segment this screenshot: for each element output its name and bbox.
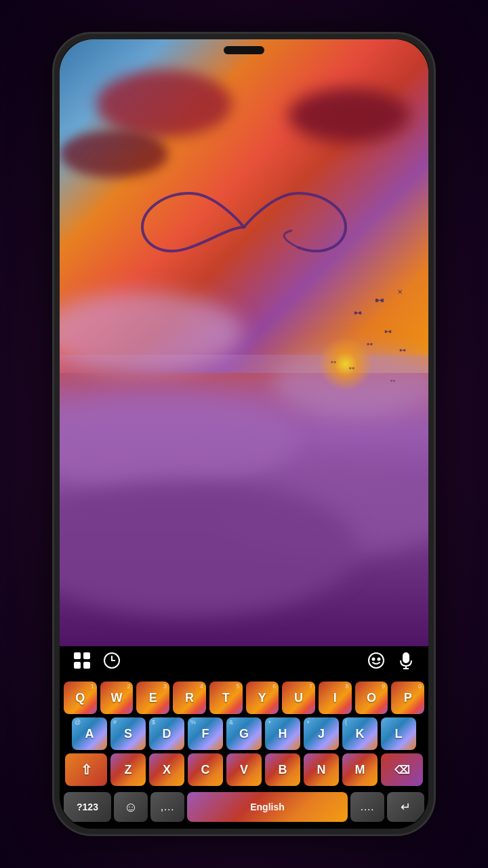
svg-point-5 [369, 653, 384, 668]
volume-up-button[interactable] [54, 175, 56, 209]
butterfly-5 [367, 337, 373, 349]
key-m[interactable]: M [342, 753, 378, 786]
themes-icon[interactable] [73, 652, 91, 673]
keyboard-area: 1 Q 2 W 3 E 4 R [60, 646, 428, 829]
volume-down-button[interactable] [54, 222, 56, 256]
butterfly-1 [375, 294, 384, 307]
key-e[interactable]: 3 E [136, 682, 169, 714]
enter-key[interactable]: ↵ [387, 792, 424, 822]
svg-rect-3 [83, 662, 90, 669]
key-y[interactable]: 6 Y [246, 682, 279, 714]
key-l[interactable]: L [381, 717, 416, 750]
key-f[interactable]: % F [188, 717, 223, 750]
key-j[interactable]: + J [304, 717, 339, 750]
key-c[interactable]: C [188, 753, 223, 786]
phone-screen: ✕ [60, 39, 428, 829]
key-w[interactable]: 2 W [100, 682, 134, 714]
svg-rect-2 [74, 662, 81, 669]
phone-frame: ✕ [54, 34, 434, 834]
numbers-label: ?123 [77, 802, 98, 812]
key-k[interactable]: ( K [342, 717, 378, 750]
key-g[interactable]: & G [226, 717, 262, 750]
key-v[interactable]: V [226, 753, 262, 786]
svg-rect-0 [74, 652, 81, 659]
red-cloud-3 [60, 130, 168, 178]
butterfly-2 [354, 307, 362, 319]
key-u[interactable]: 7 U [282, 682, 315, 714]
period-key[interactable]: .… [350, 792, 384, 822]
key-b[interactable]: B [265, 753, 300, 786]
emoji-key[interactable]: ☺ [114, 792, 148, 822]
key-p[interactable]: 0 P [391, 682, 424, 714]
butterfly-7 [390, 373, 395, 385]
key-n[interactable]: N [304, 753, 339, 786]
key-x[interactable]: X [149, 753, 184, 786]
butterfly-8 [331, 355, 336, 367]
key-row-2: @ A # S $ D % F [64, 717, 424, 750]
enter-label: ↵ [401, 800, 411, 814]
comma-label: ,… [161, 801, 174, 813]
key-o[interactable]: 9 O [355, 682, 388, 714]
key-row-3: ⇧ Z X C V B [64, 753, 424, 786]
clock-icon[interactable] [103, 652, 121, 673]
infinity-heart-symbol [136, 173, 352, 281]
svg-point-7 [378, 658, 380, 660]
red-cloud-1 [96, 70, 232, 138]
delete-key[interactable]: ⌫ [381, 753, 423, 786]
butterfly-4 [399, 343, 406, 355]
butterfly-6 [349, 361, 354, 373]
key-s[interactable]: # S [110, 717, 146, 750]
keyboard-toolbar [60, 646, 428, 679]
emoji-symbol: ☺ [124, 800, 138, 815]
shift-key[interactable]: ⇧ [65, 753, 107, 786]
key-row-1: 1 Q 2 W 3 E 4 R [64, 682, 424, 714]
svg-rect-8 [403, 653, 409, 663]
red-cloud-2 [288, 88, 410, 142]
key-rows: 1 Q 2 W 3 E 4 R [60, 679, 428, 786]
key-z[interactable]: Z [110, 753, 146, 786]
space-key[interactable]: English [187, 792, 348, 822]
comma-key[interactable]: ,… [150, 792, 184, 822]
key-r[interactable]: 4 R [173, 682, 206, 714]
mic-icon[interactable] [397, 652, 415, 673]
key-i[interactable]: 8 I [319, 682, 352, 714]
toolbar-left [73, 652, 121, 673]
butterfly-x: ✕ [397, 288, 403, 296]
key-d[interactable]: $ D [149, 717, 184, 750]
key-h[interactable]: + H [265, 717, 300, 750]
key-a[interactable]: @ A [72, 717, 107, 750]
butterfly-3 [384, 325, 392, 337]
space-label: English [250, 802, 285, 812]
svg-rect-1 [83, 652, 90, 659]
key-t[interactable]: 5 T [209, 682, 243, 714]
notch [224, 46, 264, 54]
power-button[interactable] [432, 202, 434, 256]
toolbar-right [367, 652, 415, 673]
numbers-key[interactable]: ?123 [64, 792, 111, 822]
svg-point-6 [373, 658, 375, 660]
period-label: .… [361, 801, 374, 813]
key-q[interactable]: 1 Q [64, 682, 97, 714]
sun-glow [319, 337, 373, 391]
emoji-icon[interactable] [367, 652, 385, 673]
wallpaper: ✕ [60, 39, 428, 646]
bottom-row: ?123 ☺ ,… English .… ↵ [60, 789, 428, 829]
